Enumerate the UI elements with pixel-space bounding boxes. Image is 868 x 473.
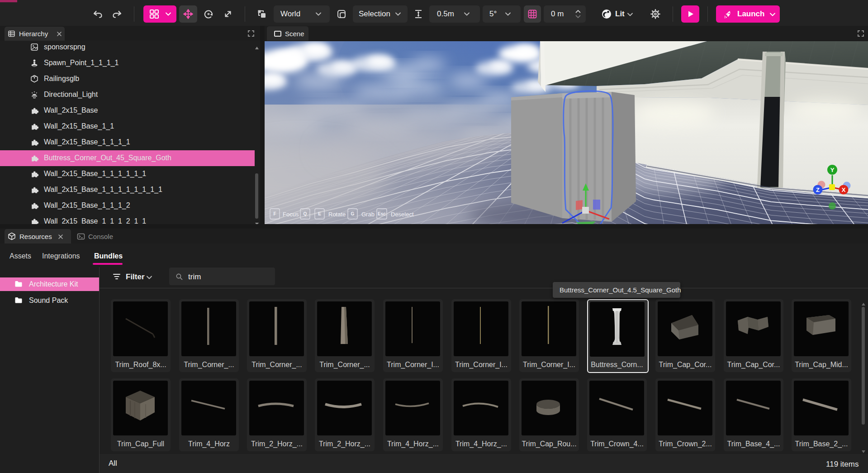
svg-text:X: X: [842, 186, 846, 193]
svg-text:Z: Z: [816, 186, 820, 193]
svg-text:Grab: Grab: [361, 211, 375, 218]
svg-text:Y: Y: [830, 167, 835, 173]
svg-text:Focus: Focus: [283, 211, 299, 218]
svg-text:Q: Q: [304, 211, 307, 216]
svg-text:E: E: [318, 211, 321, 216]
svg-text:F: F: [273, 211, 276, 216]
svg-text:Deselect: Deselect: [391, 211, 414, 218]
svg-text:Rotate: Rotate: [328, 211, 346, 218]
svg-text:Esc: Esc: [378, 211, 386, 216]
svg-text:G: G: [351, 211, 355, 216]
